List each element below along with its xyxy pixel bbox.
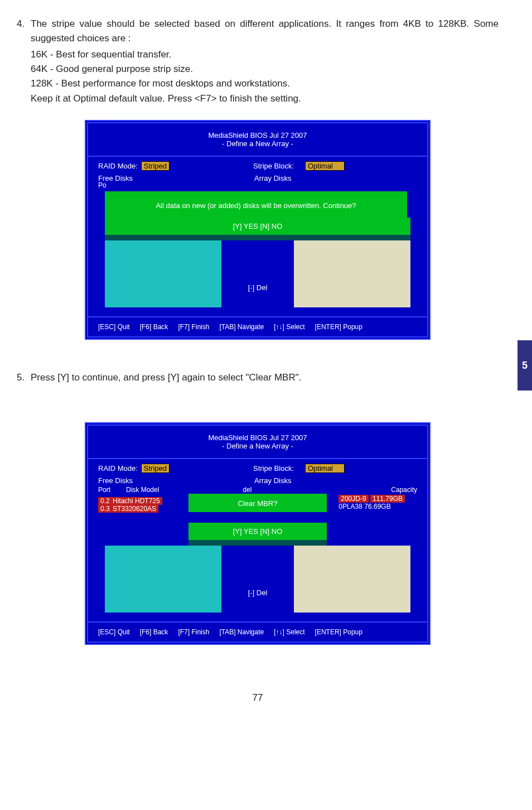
f2-f7: [F7] Finish [178, 628, 209, 636]
rd0-m: 200JD-9 [338, 495, 368, 503]
raid-mode-field-2: RAID Mode: Striped [98, 464, 170, 473]
del-key-1: [-] Del [248, 283, 268, 292]
bios2-right-pane [294, 546, 410, 613]
step-4-l2: 64K - Good general purpose strip size. [31, 62, 499, 76]
bios1-right-pane [294, 240, 410, 307]
f2-f6: [F6] Back [140, 628, 168, 636]
step-4-l3: 128K - Best performance for most desktop… [31, 76, 499, 91]
stripe-block-value-2[interactable]: Optimal [305, 464, 345, 473]
f2-sel: [↑↓] Select [274, 628, 304, 636]
bios1-header: MediaShield BIOS Jul 27 2007 - Define a … [88, 123, 427, 157]
f2-ent: [ENTER] Popup [315, 628, 362, 636]
stripe-block-field: Stripe Block: Optimal [253, 161, 345, 171]
bios-screen-2: MediaShield BIOS Jul 27 2007 - Define a … [85, 422, 431, 645]
raid-mode-label-2: RAID Mode: [98, 464, 138, 472]
bios-screen-1: MediaShield BIOS Jul 27 2007 - Define a … [85, 120, 431, 340]
step-4-l4: Keep it at Optimal default value. Press … [31, 91, 499, 106]
step-4-num: 4. [17, 17, 31, 46]
step-5: 5. Press [Y] to continue, and press [Y] … [17, 370, 499, 385]
bios1-title: MediaShield BIOS Jul 27 2007 [88, 131, 427, 139]
rd1-m: 0PLA38 [338, 503, 362, 510]
f-esc: [ESC] Quit [98, 323, 130, 331]
bios2-header: MediaShield BIOS Jul 27 2007 - Define a … [88, 426, 427, 459]
side-tab-text: 5 [522, 360, 528, 372]
raid-mode-label: RAID Mode: [98, 162, 138, 170]
f2-esc: [ESC] Quit [98, 628, 130, 636]
dark-strip-1 [105, 235, 410, 240]
disk-1-port: 0.3 [98, 505, 112, 513]
port-header: Port [98, 486, 126, 494]
port-cutoff: Po [98, 181, 427, 189]
side-tab: 5 [518, 340, 532, 390]
free-disks-header-2: Free Disks [98, 476, 254, 485]
bios1-footer: [ESC] Quit [F6] Back [F7] Finish [TAB] N… [88, 316, 427, 336]
bios2-footer: [ESC] Quit [F6] Back [F7] Finish [TAB] N… [88, 621, 427, 642]
array-disks-header: Array Disks [254, 174, 291, 182]
rd0-c: 111.79GB [370, 495, 405, 503]
bios2-mid-pane: [-] Del [221, 546, 294, 613]
disk-0-model: Hitachi HDT725 [110, 497, 162, 505]
overwrite-text: All data on new (or added) disks will be… [156, 201, 356, 210]
model-header: Disk Model [126, 486, 159, 494]
clear-mbr-prompt: Clear MBR? [188, 494, 327, 512]
bios2-title: MediaShield BIOS Jul 27 2007 [88, 433, 427, 442]
stripe-block-label: Stripe Block: [253, 162, 294, 170]
bios1-mid-pane: [-] Del [221, 240, 294, 307]
capacity-header: Capacity [391, 486, 417, 494]
f-f7: [F7] Finish [178, 323, 209, 331]
disk-1-model: ST3320620AS [110, 505, 158, 513]
dark-strip-2 [188, 540, 327, 546]
stripe-block-value[interactable]: Optimal [305, 161, 345, 171]
f2-tab: [TAB] Navigate [219, 628, 264, 636]
free-disks-header: Free Disks [98, 174, 254, 182]
bios1-left-pane [105, 240, 221, 307]
bios2-lower: [-] Del [105, 546, 410, 613]
raid-mode-value-2[interactable]: Striped [141, 464, 170, 473]
bios1-sub: - Define a New Array - [88, 139, 427, 148]
step-5-body: Press [Y] to continue, and press [Y] aga… [31, 370, 499, 385]
bios2-left-pane [105, 546, 221, 613]
array-disks-header-2: Array Disks [254, 476, 291, 485]
stripe-block-field-2: Stripe Block: Optimal [253, 464, 345, 473]
rd1-c: 76.69GB [364, 503, 390, 510]
f-f6: [F6] Back [140, 323, 168, 331]
f-tab: [TAB] Navigate [219, 323, 264, 331]
f-ent: [ENTER] Popup [315, 323, 362, 331]
step-5-num: 5. [17, 370, 31, 385]
step-4: 4. The stripe value should be selected b… [17, 17, 499, 46]
raid-mode-field: RAID Mode: Striped [98, 161, 170, 171]
del-key-2: [-] Del [248, 589, 268, 597]
bios1-lower: [-] Del [105, 240, 410, 307]
page-number: 77 [17, 692, 499, 703]
yes-no-bar-2[interactable]: [Y] YES [N] NO [188, 523, 327, 540]
bios2-sub: - Define a New Array - [88, 442, 427, 450]
disk-0-port: 0.2 [98, 497, 112, 505]
stripe-block-label-2: Stripe Block: [253, 464, 294, 472]
step-4-body: The stripe value should be selected base… [31, 17, 499, 46]
f-sel: [↑↓] Select [274, 323, 304, 331]
step-4-l1: 16K - Best for sequential transfer. [31, 47, 499, 62]
overwrite-prompt: All data on new (or added) disks will be… [105, 191, 407, 218]
raid-mode-value[interactable]: Striped [141, 161, 170, 171]
yes-no-bar-1[interactable]: [Y] YES [N] NO [105, 218, 410, 235]
del-hdr: del [243, 486, 252, 494]
